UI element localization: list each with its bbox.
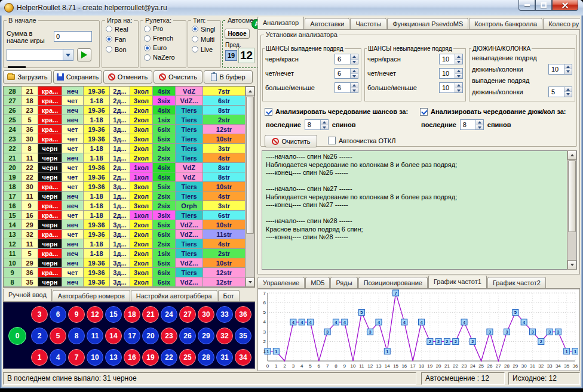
pad-number-19[interactable]: 19	[142, 349, 159, 366]
spinner-down-button[interactable]	[351, 74, 358, 79]
input-tab-0[interactable]: Ручной ввод	[3, 289, 52, 301]
pad-number-1[interactable]: 1	[31, 349, 48, 366]
pad-number-13[interactable]: 13	[105, 349, 122, 366]
radio-option-euro[interactable]: Euro	[140, 43, 186, 53]
value-spinner[interactable]: 6	[335, 54, 358, 64]
spinner-down-button[interactable]	[476, 125, 483, 130]
titlebar[interactable]: HelperRoullet 8.71 - create helperroulle…	[0, 0, 583, 16]
autoclear-checkbox[interactable]	[328, 137, 336, 144]
spin-row[interactable]: 936кра...чет19-363д...3кол6sixTiers12str	[4, 268, 245, 277]
pad-number-16[interactable]: 16	[124, 349, 140, 366]
spinner-down-button[interactable]	[351, 88, 358, 93]
pad-number-20[interactable]: 20	[142, 328, 159, 344]
pad-number-21[interactable]: 21	[142, 306, 159, 323]
spin-row[interactable]: 1516кра...чет1-182д...1кол3sixTiers6str	[4, 211, 245, 220]
spin-row[interactable]: 1711черннеч1-181д...2кол2sixTiers4str	[4, 192, 245, 201]
copy-buffer-button[interactable]: В буфер	[204, 70, 253, 84]
load-button[interactable]: Загрузить	[3, 70, 52, 84]
play-button[interactable]	[77, 48, 91, 61]
analyzer-tab-3[interactable]: Функционал PsevdoMS	[387, 18, 468, 29]
spinner-up-button[interactable]	[564, 64, 572, 70]
radio-option-live[interactable]: Live	[188, 44, 220, 54]
scroll-down-button[interactable]	[567, 260, 576, 270]
pad-number-15[interactable]: 15	[105, 306, 122, 323]
spin-row[interactable]: 169кра...неч1-181д...3кол2sixOrph3str	[4, 201, 245, 211]
spin-row[interactable]: 228чернчет1-181д...2кол2sixTiers3str	[4, 144, 245, 153]
scrollbar-thumb[interactable]	[246, 97, 254, 234]
scrollbar-thumb[interactable]	[568, 160, 576, 232]
pad-number-14[interactable]: 14	[105, 328, 122, 344]
spinner-down-button[interactable]	[455, 88, 462, 93]
pad-number-27[interactable]: 27	[179, 306, 196, 323]
close-button[interactable]	[552, 0, 578, 11]
spin-row[interactable]: 2436кра...чет19-363д...3кол6sixTiers12st…	[4, 125, 245, 134]
pad-number-26[interactable]: 26	[179, 328, 196, 344]
spin-row[interactable]: 2111черннеч1-181д...2кол2sixTiers4str	[4, 153, 245, 163]
spin-row[interactable]: 1332кра...чет19-363д...2кол6sixVdZ...11s…	[4, 230, 245, 239]
start-sum-input[interactable]	[54, 31, 92, 42]
value-spinner[interactable]: 10	[439, 54, 463, 64]
table-scrollbar[interactable]	[245, 87, 254, 287]
value-spinner[interactable]: 6	[335, 68, 358, 79]
analyzer-tab-5[interactable]: Колесо ру	[543, 18, 580, 29]
scroll-up-button[interactable]	[246, 87, 254, 96]
value-spinner[interactable]: 10	[548, 64, 572, 75]
new-autoshift-button[interactable]: Новое	[225, 29, 250, 39]
analyzer-tab-2[interactable]: Частоты	[350, 18, 386, 29]
spinner-up-button[interactable]	[455, 54, 462, 60]
log-scrollbar[interactable]	[567, 150, 576, 270]
alternation-checkbox[interactable]	[420, 108, 428, 116]
pad-number-36[interactable]: 36	[235, 306, 251, 323]
spin-row[interactable]: 255кра...неч1-181д...2кол1sixTiers2str	[4, 115, 245, 125]
input-tab-2[interactable]: Настройки автограббера	[131, 290, 217, 301]
analyzer-clear-button[interactable]: Очистить	[265, 135, 317, 147]
pad-number-29[interactable]: 29	[198, 328, 214, 344]
pad-number-33[interactable]: 33	[216, 306, 233, 323]
spin-row[interactable]: 2718кра...чет1-182д...3кол3sixVdZ...6str	[4, 96, 245, 106]
pad-number-22[interactable]: 22	[161, 349, 177, 366]
history-combobox[interactable]	[7, 49, 73, 61]
value-spinner[interactable]: 10	[439, 68, 463, 79]
pad-number-31[interactable]: 31	[216, 349, 233, 366]
pad-number-30[interactable]: 30	[198, 306, 214, 323]
pad-number-6[interactable]: 6	[50, 306, 66, 323]
pad-number-17[interactable]: 17	[124, 328, 140, 344]
value-spinner[interactable]: 8	[460, 119, 484, 130]
pad-number-12[interactable]: 12	[87, 306, 103, 323]
radio-option-french[interactable]: French	[140, 33, 186, 43]
pad-number-11[interactable]: 11	[87, 328, 103, 344]
value-spinner[interactable]: 6	[335, 82, 358, 93]
spin-row[interactable]: 1429черннеч19-363д...2кол5sixVdZ...10str	[4, 220, 245, 230]
pad-number-4[interactable]: 4	[50, 349, 66, 366]
pad-number-8[interactable]: 8	[68, 328, 85, 344]
value-spinner[interactable]: 10	[439, 82, 463, 93]
radio-option-pro[interactable]: Pro	[140, 24, 186, 33]
pad-number-24[interactable]: 24	[161, 306, 177, 323]
pad-number-32[interactable]: 32	[216, 328, 233, 344]
freq-tab-4[interactable]: График частот1	[428, 276, 487, 288]
pad-number-0[interactable]: 0	[8, 327, 26, 345]
spinner-down-button[interactable]	[351, 60, 358, 64]
analyzer-tab-1[interactable]: Автоставки	[305, 18, 349, 29]
spinner-down-button[interactable]	[564, 69, 572, 74]
alternation-checkbox[interactable]	[265, 108, 272, 116]
spin-row[interactable]: 2623кра...неч19-362д...2кол4sixTiers8str	[4, 106, 245, 115]
pad-number-18[interactable]: 18	[124, 306, 140, 323]
value-spinner[interactable]: 5	[548, 87, 572, 97]
analyzer-tab-4[interactable]: Контроль банкролла	[469, 18, 542, 29]
clear-button[interactable]: Очистить	[154, 70, 202, 84]
spinner-up-button[interactable]	[351, 54, 358, 60]
scroll-down-button[interactable]	[246, 277, 254, 287]
spinner-up-button[interactable]	[476, 120, 483, 125]
maximize-button[interactable]	[535, 0, 552, 11]
radio-option-fan[interactable]: Fan	[102, 34, 138, 44]
spin-row[interactable]: 1029черннеч19-363д...2кол5sixVdZ...10str	[4, 258, 245, 268]
spin-row[interactable]: 115кра...неч1-181д...2кол1sixTiers2str	[4, 249, 245, 258]
radio-option-singl[interactable]: Singl	[188, 24, 220, 34]
pad-number-5[interactable]: 5	[50, 328, 66, 344]
spin-row[interactable]: 2821кра...неч19-362д...3кол4sixVdZ7str	[4, 87, 245, 96]
spinner-down-button[interactable]	[455, 74, 462, 79]
pad-number-3[interactable]: 3	[31, 306, 48, 323]
save-button[interactable]: Сохранить	[53, 70, 102, 84]
spinner-up-button[interactable]	[455, 69, 462, 74]
